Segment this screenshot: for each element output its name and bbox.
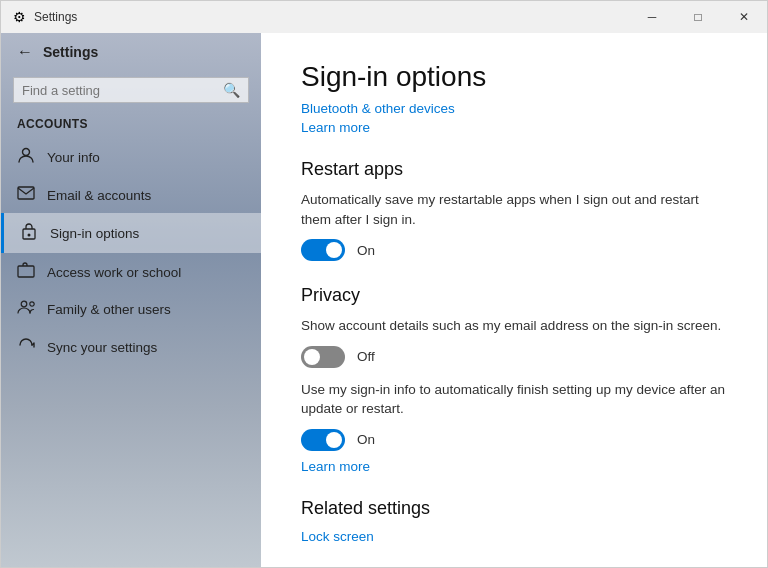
restart-apps-toggle-thumb (326, 242, 342, 258)
related-settings-section: Related settings Lock screen (301, 498, 727, 544)
top-learn-more-link[interactable]: Learn more (301, 120, 727, 135)
title-bar-left: ⚙ Settings (13, 9, 77, 25)
restart-apps-toggle-track[interactable] (301, 239, 345, 261)
privacy-desc1: Show account details such as my email ad… (301, 316, 727, 336)
privacy-toggle1-thumb (304, 349, 320, 365)
privacy-section: Privacy Show account details such as my … (301, 285, 727, 474)
search-box[interactable]: 🔍 (13, 77, 249, 103)
minimize-button[interactable]: ─ (629, 1, 675, 33)
maximize-button[interactable]: □ (675, 1, 721, 33)
bluetooth-devices-link[interactable]: Bluetooth & other devices (301, 101, 727, 116)
restart-apps-desc: Automatically save my restartable apps w… (301, 190, 727, 229)
restart-apps-toggle[interactable] (301, 239, 345, 261)
sidebar-item-sync-settings[interactable]: Sync your settings (1, 327, 261, 367)
privacy-toggle2-row: On (301, 429, 727, 451)
your-info-icon (17, 146, 35, 168)
sign-in-icon (20, 222, 38, 244)
sidebar-item-access-work[interactable]: Access work or school (1, 253, 261, 291)
family-users-label: Family & other users (47, 302, 171, 317)
svg-rect-4 (18, 266, 34, 277)
search-input[interactable] (22, 83, 223, 98)
sidebar-item-family-users[interactable]: Family & other users (1, 291, 261, 327)
related-settings-title: Related settings (301, 498, 727, 519)
privacy-toggle2-label: On (357, 432, 375, 447)
close-button[interactable]: ✕ (721, 1, 767, 33)
privacy-toggle2[interactable] (301, 429, 345, 451)
window-controls: ─ □ ✕ (629, 1, 767, 33)
sidebar-item-sign-in-options[interactable]: Sign-in options (1, 213, 261, 253)
privacy-toggle1-label: Off (357, 349, 375, 364)
privacy-toggle1[interactable] (301, 346, 345, 368)
sidebar: ← Settings 🔍 Accounts Your info (1, 33, 261, 567)
settings-icon: ⚙ (13, 9, 26, 25)
svg-rect-1 (18, 187, 34, 199)
svg-point-6 (30, 302, 34, 306)
sidebar-section-label: Accounts (1, 113, 261, 137)
restart-apps-toggle-row: On (301, 239, 727, 261)
privacy-toggle2-thumb (326, 432, 342, 448)
restart-apps-toggle-label: On (357, 243, 375, 258)
sidebar-title: Settings (43, 44, 98, 60)
sidebar-back-button[interactable]: ← Settings (1, 33, 261, 71)
restart-apps-section: Restart apps Automatically save my resta… (301, 159, 727, 261)
access-work-icon (17, 262, 35, 282)
privacy-learn-more-link[interactable]: Learn more (301, 459, 727, 474)
window-title: Settings (34, 10, 77, 24)
privacy-title: Privacy (301, 285, 727, 306)
main-content: Sign-in options Bluetooth & other device… (261, 33, 767, 567)
privacy-desc2: Use my sign-in info to automatically fin… (301, 380, 727, 419)
sync-settings-label: Sync your settings (47, 340, 157, 355)
svg-point-0 (23, 149, 30, 156)
settings-window: ⚙ Settings ─ □ ✕ ← Settings 🔍 Accounts (0, 0, 768, 568)
lock-screen-link[interactable]: Lock screen (301, 529, 727, 544)
search-icon: 🔍 (223, 82, 240, 98)
page-title: Sign-in options (301, 61, 727, 93)
email-icon (17, 186, 35, 204)
app-body: ← Settings 🔍 Accounts Your info (1, 33, 767, 567)
family-users-icon (17, 300, 35, 318)
your-info-label: Your info (47, 150, 100, 165)
privacy-toggle2-track[interactable] (301, 429, 345, 451)
privacy-toggle1-row: Off (301, 346, 727, 368)
sync-icon (17, 336, 35, 358)
title-bar: ⚙ Settings ─ □ ✕ (1, 1, 767, 33)
sidebar-item-email-accounts[interactable]: Email & accounts (1, 177, 261, 213)
restart-apps-title: Restart apps (301, 159, 727, 180)
access-work-label: Access work or school (47, 265, 181, 280)
svg-point-5 (21, 301, 27, 307)
back-arrow-icon: ← (17, 43, 33, 61)
svg-point-3 (28, 234, 31, 237)
privacy-toggle1-track[interactable] (301, 346, 345, 368)
sidebar-item-your-info[interactable]: Your info (1, 137, 261, 177)
email-accounts-label: Email & accounts (47, 188, 151, 203)
sign-in-options-label: Sign-in options (50, 226, 139, 241)
